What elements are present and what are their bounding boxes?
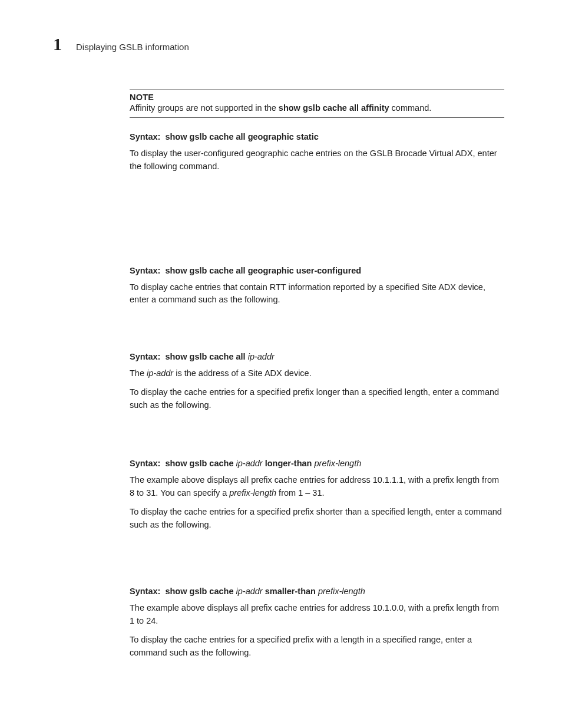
gap (130, 179, 504, 253)
note-label: NOTE (130, 93, 504, 102)
syntax-line-3: Syntax: show gslb cache all ip-addr (130, 352, 504, 361)
syntax-line-2: Syntax: show gslb cache all geographic u… (130, 266, 504, 275)
syntax-cmd: show gslb cache all geographic static (165, 132, 318, 141)
syntax-cmd-part: show gslb cache all (165, 352, 247, 361)
chapter-number: 1 (53, 34, 62, 54)
note-cmd: show gslb cache all affinity (279, 103, 389, 113)
note-block: NOTE Affinity groups are not supported i… (130, 90, 504, 118)
syntax-cmd-part: smaller-than (263, 587, 318, 596)
syntax-label: Syntax: (130, 266, 160, 275)
syntax-label: Syntax: (130, 132, 160, 141)
syntax-cmd-part: longer-than (263, 459, 315, 468)
desc-1: To display the user-configured geographi… (130, 147, 504, 173)
gap (130, 537, 504, 574)
desc-2: To display cache entries that contain RT… (130, 281, 504, 307)
text: from 1 – 31. (276, 488, 324, 498)
note-prefix: Affinity groups are not supported in the (130, 103, 279, 113)
syntax-line-4: Syntax: show gslb cache ip-addr longer-t… (130, 459, 504, 468)
page-header: 1 Displaying GSLB information (53, 34, 504, 54)
desc-5b: To display the cache entries for a speci… (130, 634, 504, 660)
desc-4a: The example above displays all prefix ca… (130, 474, 504, 500)
syntax-cmd-arg: ip-addr (248, 352, 275, 361)
syntax-cmd-part: show gslb cache (165, 459, 236, 468)
text: is the address of a Site ADX device. (173, 368, 312, 378)
note-text: Affinity groups are not supported in the… (130, 102, 504, 114)
syntax-cmd-arg: prefix-length (318, 587, 365, 596)
syntax-label: Syntax: (130, 352, 160, 361)
note-suffix: command. (389, 103, 432, 113)
content-body: NOTE Affinity groups are not supported i… (130, 90, 504, 659)
syntax-cmd-arg: ip-addr (236, 587, 263, 596)
text-italic: ip-addr (147, 368, 173, 378)
syntax-label: Syntax: (130, 587, 160, 596)
section-title: Displaying GSLB information (76, 42, 189, 52)
gap (130, 417, 504, 446)
gap (130, 312, 504, 339)
page: 1 Displaying GSLB information NOTE Affin… (0, 0, 562, 700)
syntax-cmd-arg: ip-addr (236, 459, 263, 468)
desc-4b: To display the cache entries for a speci… (130, 506, 504, 532)
syntax-line-5: Syntax: show gslb cache ip-addr smaller-… (130, 587, 504, 596)
syntax-cmd: show gslb cache all geographic user-conf… (165, 266, 361, 275)
desc-5a: The example above displays all prefix ca… (130, 602, 504, 628)
desc-3b: To display the cache entries for a speci… (130, 386, 504, 412)
syntax-cmd-part: show gslb cache (165, 587, 236, 596)
text-italic: prefix-length (229, 488, 276, 498)
text: The (130, 368, 147, 378)
syntax-label: Syntax: (130, 459, 160, 468)
syntax-line-1: Syntax: show gslb cache all geographic s… (130, 132, 504, 141)
syntax-cmd-arg: prefix-length (314, 459, 361, 468)
desc-3a: The ip-addr is the address of a Site ADX… (130, 367, 504, 380)
